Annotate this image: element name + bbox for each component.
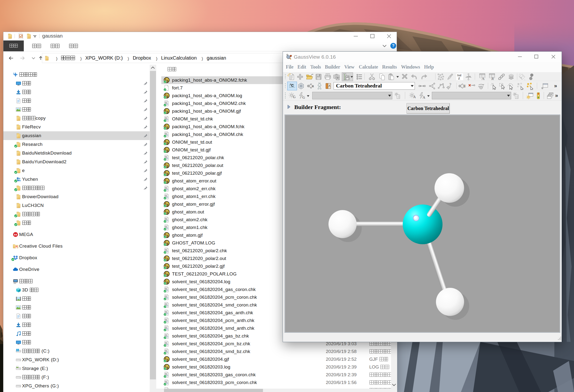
svg-text:A: A bbox=[413, 95, 416, 99]
svg-text:G: G bbox=[293, 95, 296, 99]
svg-text:A: A bbox=[482, 76, 485, 81]
svg-text:R: R bbox=[491, 76, 494, 81]
svg-text:?: ? bbox=[449, 82, 451, 88]
svg-text:A: A bbox=[423, 95, 425, 99]
svg-text:G: G bbox=[302, 95, 305, 99]
svg-text:Z: Z bbox=[458, 76, 460, 80]
svg-text:H: H bbox=[463, 84, 466, 88]
svg-text:C: C bbox=[291, 84, 294, 88]
svg-text:R: R bbox=[312, 84, 314, 88]
